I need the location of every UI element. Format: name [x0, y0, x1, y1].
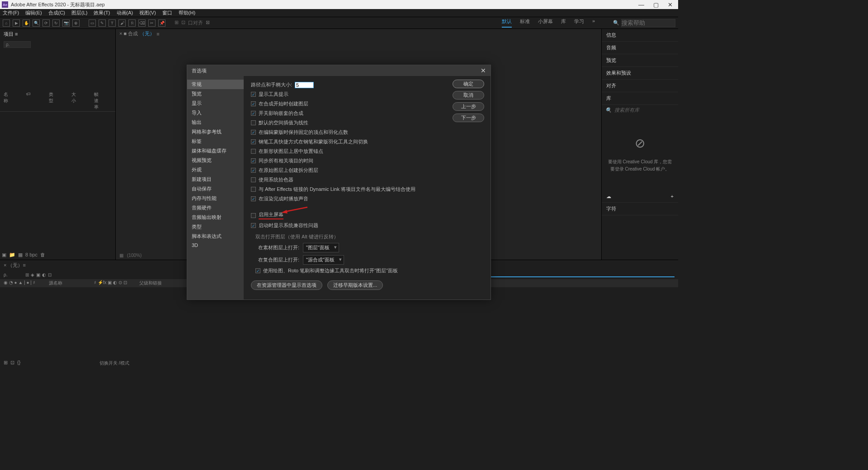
- folder-icon[interactable]: 📁: [9, 252, 15, 258]
- cat-media-cache[interactable]: 媒体和磁盘缓存: [187, 146, 244, 156]
- library-search[interactable]: 🔍搜索所有库: [602, 105, 678, 115]
- zoom-dropdown[interactable]: (100%): [127, 253, 142, 258]
- menu-edit[interactable]: 编辑(E): [25, 9, 42, 16]
- comp-tab-label[interactable]: × ■ 合成: [119, 30, 138, 37]
- interpret-icon[interactable]: ▣: [2, 252, 6, 258]
- open-footage-select[interactable]: "图层"面板: [303, 243, 339, 252]
- chk-switches-nested[interactable]: [251, 111, 256, 116]
- panel-effects[interactable]: 效果和预设: [602, 67, 678, 80]
- snap-icon[interactable]: ⊞: [175, 19, 179, 26]
- chk-paint-tools[interactable]: [255, 268, 260, 273]
- chk-sync-time[interactable]: [251, 158, 256, 163]
- chk-create-layers[interactable]: [251, 101, 256, 106]
- cat-preview[interactable]: 预览: [187, 89, 244, 99]
- search-help-input[interactable]: [621, 19, 675, 27]
- col-name[interactable]: 名称: [4, 91, 8, 110]
- zoom-tool-icon[interactable]: 🔍: [33, 19, 40, 27]
- project-search-input[interactable]: [4, 41, 31, 48]
- menu-window[interactable]: 窗口: [162, 9, 172, 16]
- close-window-button[interactable]: ✕: [668, 1, 673, 8]
- tl-icon-1[interactable]: ⊞: [25, 272, 29, 277]
- col-framerate[interactable]: 帧速率: [94, 91, 99, 110]
- puppet-tool-icon[interactable]: 📌: [158, 19, 165, 27]
- roto-tool-icon[interactable]: ✂: [148, 19, 156, 27]
- cancel-button[interactable]: 取消: [453, 91, 484, 100]
- selection-tool-icon[interactable]: ▶: [13, 19, 20, 27]
- timeline-search[interactable]: ρ.: [4, 272, 7, 277]
- tl-source-name[interactable]: 源名称: [49, 280, 94, 286]
- open-comp-select[interactable]: "源合成"面板: [303, 255, 344, 265]
- hand-tool-icon[interactable]: ✋: [23, 19, 30, 27]
- menu-animation[interactable]: 动画(A): [117, 9, 133, 16]
- chk-dynamic-link[interactable]: [251, 187, 256, 192]
- menu-view[interactable]: 视图(V): [139, 9, 156, 16]
- tl-icon-5[interactable]: ⊡: [48, 272, 52, 277]
- pen-tool-icon[interactable]: ✎: [99, 19, 106, 27]
- cat-new-project[interactable]: 新建项目: [187, 175, 244, 184]
- workspace-learn[interactable]: 学习: [574, 18, 584, 28]
- view-icon[interactable]: ▦: [119, 253, 123, 258]
- cat-display[interactable]: 显示: [187, 99, 244, 108]
- cloud-sync-icon[interactable]: ☁: [606, 194, 611, 199]
- cat-memory[interactable]: 内存与性能: [187, 194, 244, 203]
- chk-home-screen[interactable]: [251, 213, 256, 218]
- cat-import[interactable]: 导入: [187, 108, 244, 118]
- cat-scripts[interactable]: 脚本和表达式: [187, 232, 244, 241]
- workspace-more[interactable]: »: [592, 18, 595, 28]
- tl-icon-3[interactable]: ▣: [36, 272, 40, 277]
- panel-align[interactable]: 对齐: [602, 80, 678, 92]
- cat-output[interactable]: 输出: [187, 118, 244, 127]
- chk-pen-shortcut[interactable]: [251, 139, 256, 144]
- tl-icon-2[interactable]: ◈: [31, 272, 34, 277]
- panel-preview[interactable]: 预览: [602, 54, 678, 67]
- project-tab[interactable]: 项目 ≡: [0, 29, 21, 39]
- bpc-label[interactable]: 8 bpc: [25, 252, 38, 258]
- btn-show-explorer[interactable]: 在资源管理器中显示首选项: [251, 280, 322, 290]
- search-help-icon[interactable]: 🔍: [613, 20, 619, 26]
- tl-footer-icon-1[interactable]: ⊞: [4, 360, 8, 366]
- trash-icon[interactable]: 🗑: [40, 252, 45, 258]
- next-button[interactable]: 下一步: [453, 114, 484, 122]
- tl-parent[interactable]: 父级和链接: [139, 280, 162, 286]
- workspace-small[interactable]: 小屏幕: [538, 18, 553, 28]
- home-icon[interactable]: ⌂: [3, 19, 10, 27]
- chk-center-anchor[interactable]: [251, 149, 256, 154]
- add-icon[interactable]: +: [671, 194, 674, 199]
- panel-audio[interactable]: 音频: [602, 42, 678, 54]
- comp-icon[interactable]: ▦: [18, 252, 23, 258]
- menu-composition[interactable]: 合成(C): [48, 9, 65, 16]
- align-label[interactable]: 口对齐: [188, 19, 203, 26]
- comp-menu-icon[interactable]: ≡: [156, 31, 159, 37]
- text-tool-icon[interactable]: T: [108, 19, 116, 27]
- menu-file[interactable]: 文件(F): [3, 9, 19, 16]
- panel-character[interactable]: 字符: [602, 203, 678, 215]
- cat-type[interactable]: 类型: [187, 222, 244, 232]
- workspace-default[interactable]: 默认: [502, 18, 512, 28]
- chk-spatial-linear[interactable]: [251, 120, 256, 125]
- cat-video-preview[interactable]: 视频预览: [187, 156, 244, 165]
- cat-general[interactable]: 常规: [187, 80, 244, 89]
- cat-appearance[interactable]: 外观: [187, 165, 244, 175]
- tag-icon[interactable]: 🏷: [26, 91, 31, 110]
- panel-library[interactable]: 库: [602, 92, 678, 105]
- cat-auto-save[interactable]: 自动保存: [187, 184, 244, 194]
- panel-info[interactable]: 信息: [602, 29, 678, 42]
- col-type[interactable]: 类型: [49, 91, 53, 110]
- chk-system-picker[interactable]: [251, 177, 256, 182]
- cat-audio-out[interactable]: 音频输出映射: [187, 213, 244, 222]
- minimize-button[interactable]: —: [638, 1, 644, 8]
- cat-grids[interactable]: 网格和参考线: [187, 127, 244, 137]
- chk-tooltips[interactable]: [251, 92, 256, 97]
- tl-footer-icon-3[interactable]: {}: [17, 360, 20, 366]
- cat-3d[interactable]: 3D: [187, 241, 244, 249]
- rotation-tool-icon[interactable]: ↻: [52, 19, 60, 27]
- col-size[interactable]: 大小: [71, 91, 76, 110]
- workspace-standard[interactable]: 标准: [520, 18, 530, 28]
- snap-toggle-icon[interactable]: ⊠: [206, 19, 210, 26]
- brush-tool-icon[interactable]: 🖌: [118, 19, 126, 27]
- maximize-button[interactable]: ▢: [653, 1, 659, 8]
- tl-icon-4[interactable]: ◐: [42, 272, 46, 277]
- btn-migrate[interactable]: 迁移早期版本设置...: [327, 280, 383, 290]
- chk-compat[interactable]: [251, 223, 256, 228]
- menu-help[interactable]: 帮助(H): [179, 9, 195, 16]
